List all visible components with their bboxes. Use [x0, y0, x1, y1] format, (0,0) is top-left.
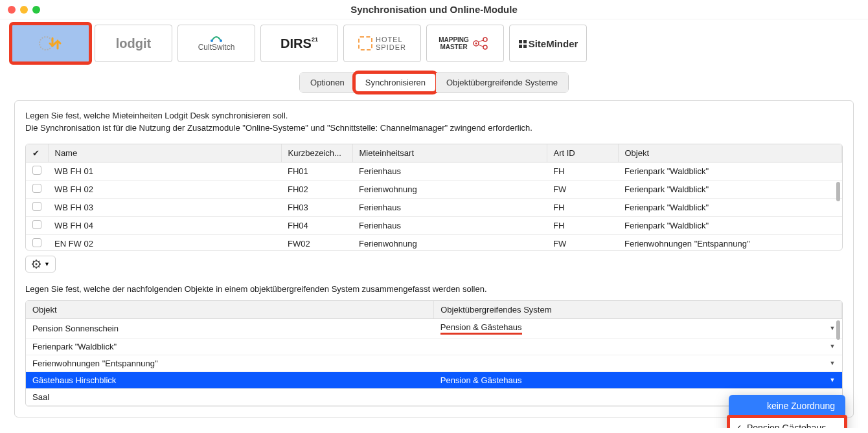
mappingmaster-logo: MAPPINGMASTER	[439, 36, 492, 51]
gear-icon	[31, 259, 41, 269]
row-checkbox[interactable]	[32, 238, 41, 247]
svg-line-7	[478, 40, 483, 42]
chevron-down-icon: ▼	[830, 325, 836, 331]
col-objekt-2[interactable]: Objekt	[26, 301, 434, 319]
col-art[interactable]: Mieteinheitsart	[352, 144, 547, 162]
row-checkbox[interactable]	[32, 184, 41, 193]
tabs: Optionen Synchronisieren Objektübergreif…	[0, 69, 868, 100]
intro-text: Legen Sie fest, welche Mieteinheiten Lod…	[25, 110, 843, 135]
svg-line-22	[39, 261, 40, 262]
row-checkbox[interactable]	[32, 202, 41, 211]
svg-point-14	[36, 263, 38, 265]
tab-synchronisieren[interactable]: Synchronisieren	[355, 73, 436, 92]
svg-rect-10	[523, 40, 527, 43]
provider-toolbar: lodgit CultSwitch DIRS21 HOTELSPIDER MAP…	[0, 19, 868, 69]
sync-gear-icon	[37, 33, 64, 54]
svg-point-4	[475, 43, 477, 45]
svg-point-6	[483, 45, 487, 49]
table-row[interactable]: WB FH 03FH03FerienhausFHFerienpark "Wald…	[26, 198, 842, 216]
content-pane: Legen Sie fest, welche Mieteinheiten Lod…	[14, 100, 854, 417]
svg-line-8	[478, 45, 483, 47]
dirs21-logo: DIRS21	[280, 36, 318, 51]
window-title: Synchronisation und Online-Module	[6, 4, 862, 15]
check-icon: ✓	[735, 423, 742, 428]
svg-rect-9	[519, 40, 522, 43]
svg-line-19	[33, 261, 34, 262]
svg-line-21	[33, 266, 34, 267]
svg-point-5	[483, 38, 487, 41]
system-cell[interactable]: Pension & Gästehaus▼	[434, 318, 842, 338]
row-checkbox[interactable]	[32, 166, 41, 175]
provider-dirs21[interactable]: DIRS21	[260, 25, 338, 62]
table-row[interactable]: Saal▼	[26, 388, 842, 405]
objects-table: Objekt Objektübergreifendes System Pensi…	[25, 300, 843, 406]
tab-optionen[interactable]: Optionen	[300, 73, 355, 92]
scrollbar-thumb[interactable]	[836, 182, 840, 201]
chevron-down-icon: ▼	[830, 360, 836, 366]
scrollbar-thumb-2[interactable]	[836, 320, 840, 340]
provider-lodgit[interactable]: lodgit	[95, 25, 172, 62]
svg-point-2	[220, 39, 222, 42]
col-name[interactable]: Name	[48, 144, 281, 162]
chevron-down-icon: ▼	[830, 343, 836, 350]
system-cell[interactable]: Pension & Gästehaus▼	[434, 372, 842, 388]
system-dropdown: keine Zuordnung ✓ Pension Gästehaus	[729, 395, 845, 428]
row-checkbox[interactable]	[32, 220, 41, 229]
titlebar: Synchronisation und Online-Module	[0, 0, 868, 19]
system-cell[interactable]: ▼	[434, 355, 842, 372]
table-row[interactable]: WB FH 04FH04FerienhausFHFerienpark "Wald…	[26, 216, 842, 234]
chevron-down-icon: ▼	[830, 377, 836, 383]
tab-objektuebergreifend[interactable]: Objektübergreifende Systeme	[436, 73, 568, 92]
col-check[interactable]: ✔	[26, 144, 48, 162]
table-row[interactable]: Gästehaus HirschblickPension & Gästehaus…	[26, 372, 842, 388]
system-cell[interactable]: ▼	[434, 338, 842, 355]
svg-line-20	[39, 266, 40, 267]
units-table: ✔ Name Kurzbezeich... Mieteinheitsart Ar…	[25, 144, 843, 250]
chevron-down-icon: ▼	[44, 261, 50, 267]
provider-mappingmaster[interactable]: MAPPINGMASTER	[426, 25, 504, 62]
col-artid[interactable]: Art ID	[547, 144, 618, 162]
intro-text-2: Legen Sie fest, welche der nachfolgenden…	[25, 284, 843, 294]
hotelspider-logo: HOTELSPIDER	[358, 36, 406, 51]
svg-rect-11	[519, 45, 522, 48]
col-kurz[interactable]: Kurzbezeich...	[281, 144, 352, 162]
cultswitch-logo: CultSwitch	[198, 34, 235, 52]
gear-menu-button[interactable]: ▼	[25, 256, 56, 272]
svg-rect-12	[523, 45, 527, 48]
provider-siteminder[interactable]: SiteMinder	[509, 25, 587, 62]
siteminder-logo: SiteMinder	[518, 38, 578, 49]
lodgit-logo: lodgit	[116, 36, 151, 51]
dropdown-item-none[interactable]: keine Zuordnung	[729, 395, 845, 417]
col-system[interactable]: Objektübergreifendes System	[434, 301, 842, 319]
maximize-icon[interactable]	[32, 6, 40, 14]
svg-point-1	[211, 39, 213, 42]
provider-cultswitch[interactable]: CultSwitch	[177, 25, 255, 62]
table-row[interactable]: WB FH 01FH01FerienhausFHFerienpark "Wald…	[26, 162, 842, 181]
table-row[interactable]: WB FH 02FH02FerienwohnungFWFerienpark "W…	[26, 180, 842, 198]
col-objekt[interactable]: Objekt	[618, 144, 842, 162]
table-row[interactable]: Ferienpark "Waldblick"▼	[26, 338, 842, 355]
table-row[interactable]: EN FW 02FW02FerienwohnungFWFerienwohnung…	[26, 234, 842, 250]
close-icon[interactable]	[8, 6, 16, 14]
provider-hotelspider[interactable]: HOTELSPIDER	[343, 25, 421, 62]
minimize-icon[interactable]	[20, 6, 28, 14]
dropdown-item-pg[interactable]: ✓ Pension Gästehaus	[729, 417, 845, 428]
table-row[interactable]: Ferienwohnungen "Entspannung"▼	[26, 355, 842, 372]
table-row[interactable]: Pension SonnenscheinPension & Gästehaus▼	[26, 318, 842, 338]
provider-sync[interactable]	[12, 25, 89, 62]
